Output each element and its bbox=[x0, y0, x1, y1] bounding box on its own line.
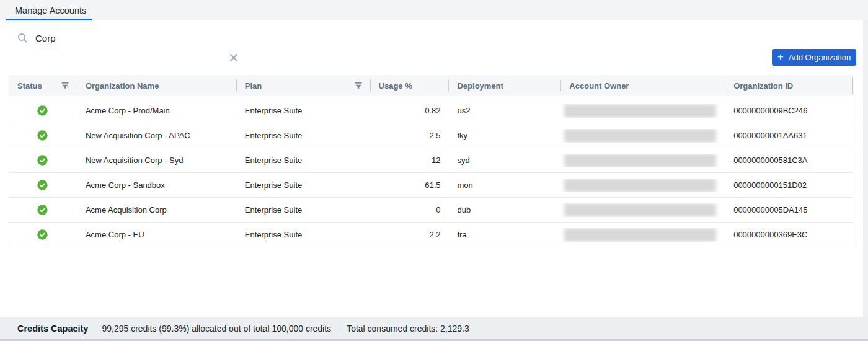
column-header-account-owner[interactable]: Account Owner bbox=[560, 75, 725, 96]
cell-deployment: dub bbox=[448, 205, 560, 215]
column-label: Organization ID bbox=[733, 81, 793, 91]
cell-organization-id: 00000000001AA631 bbox=[725, 131, 854, 140]
column-label: Plan bbox=[245, 81, 262, 91]
tab-manage-accounts[interactable]: Manage Accounts bbox=[6, 0, 95, 20]
status-active-icon bbox=[37, 180, 48, 190]
column-divider bbox=[448, 80, 449, 91]
redacted-owner bbox=[564, 203, 716, 217]
cell-plan: Enterprise Suite bbox=[236, 230, 370, 239]
cell-status bbox=[9, 180, 77, 190]
filter-icon[interactable] bbox=[354, 81, 363, 90]
cell-organization-name: Acme Corp - Sandbox bbox=[77, 180, 236, 190]
cell-status bbox=[9, 229, 77, 240]
column-header-usage[interactable]: Usage % bbox=[370, 75, 449, 96]
add-organization-label: Add Organization bbox=[789, 53, 851, 62]
cell-deployment: tky bbox=[448, 131, 560, 140]
cell-usage: 0.82 bbox=[370, 106, 449, 115]
table-row[interactable]: Acme Corp - Prod/MainEnterprise Suite0.8… bbox=[9, 99, 854, 123]
redacted-owner bbox=[564, 129, 716, 143]
cell-account-owner bbox=[560, 104, 725, 118]
cell-status bbox=[9, 205, 77, 215]
column-header-plan[interactable]: Plan bbox=[236, 75, 370, 96]
cell-usage: 0 bbox=[370, 205, 449, 215]
cell-deployment: mon bbox=[448, 180, 560, 190]
cell-usage: 2.2 bbox=[370, 230, 449, 239]
column-divider bbox=[560, 80, 561, 91]
table-row[interactable]: Acme Acquisition CorpEnterprise Suite0du… bbox=[9, 198, 854, 223]
cell-status bbox=[9, 130, 77, 141]
cell-deployment: syd bbox=[448, 156, 560, 165]
redacted-owner bbox=[564, 104, 716, 118]
cell-status bbox=[9, 105, 77, 116]
search-icon bbox=[17, 33, 28, 43]
filter-icon[interactable] bbox=[61, 81, 69, 90]
cell-organization-name: Acme Corp - EU bbox=[77, 230, 236, 239]
column-divider bbox=[725, 80, 725, 91]
cell-account-owner bbox=[560, 154, 725, 167]
clear-search-icon[interactable] bbox=[228, 52, 239, 63]
tab-label: Manage Accounts bbox=[15, 6, 86, 16]
table-row[interactable]: Acme Corp - EUEnterprise Suite2.2fra0000… bbox=[9, 223, 854, 247]
status-active-icon bbox=[37, 155, 48, 166]
table-body: Acme Corp - Prod/MainEnterprise Suite0.8… bbox=[9, 99, 854, 247]
cell-organization-name: New Acquisition Corp - APAC bbox=[77, 131, 236, 140]
cell-organization-name: Acme Acquisition Corp bbox=[77, 205, 236, 215]
redacted-owner bbox=[564, 228, 716, 242]
redacted-owner bbox=[564, 154, 716, 167]
cell-organization-name: Acme Corp - Prod/Main bbox=[77, 106, 236, 115]
table-row[interactable]: New Acquisition Corp - SydEnterprise Sui… bbox=[9, 148, 854, 173]
organizations-table: Status Organization Name Plan bbox=[9, 75, 854, 247]
main-content: + Add Organization Status Organization N… bbox=[0, 20, 863, 317]
cell-status bbox=[9, 155, 77, 166]
cell-usage: 2.5 bbox=[370, 131, 449, 140]
column-label: Deployment bbox=[457, 81, 503, 91]
cell-organization-id: 00000000005DA145 bbox=[725, 205, 854, 215]
column-divider bbox=[370, 80, 371, 91]
status-active-icon bbox=[37, 105, 48, 116]
cell-organization-name: New Acquisition Corp - Syd bbox=[77, 156, 236, 165]
cell-usage: 61.5 bbox=[370, 180, 449, 190]
status-active-icon bbox=[37, 130, 48, 141]
add-organization-button[interactable]: + Add Organization bbox=[772, 49, 856, 66]
scrollbar-gutter bbox=[863, 20, 868, 317]
status-active-icon bbox=[37, 229, 48, 240]
column-resize-handle[interactable] bbox=[852, 77, 853, 94]
cell-plan: Enterprise Suite bbox=[236, 156, 370, 165]
column-label: Usage % bbox=[379, 81, 412, 91]
allocated-credits-text: 99,295 credits (99.3%) allocated out of … bbox=[102, 324, 331, 334]
toolbar bbox=[0, 20, 863, 55]
column-header-organization-name[interactable]: Organization Name bbox=[77, 75, 236, 96]
search-input[interactable] bbox=[35, 33, 221, 43]
column-header-organization-id[interactable]: Organization ID bbox=[725, 75, 854, 96]
cell-deployment: fra bbox=[448, 230, 560, 239]
column-header-deployment[interactable]: Deployment bbox=[448, 75, 560, 96]
column-label: Account Owner bbox=[569, 81, 629, 91]
cell-usage: 12 bbox=[370, 156, 449, 165]
cell-account-owner bbox=[560, 228, 725, 242]
cell-organization-id: 00000000009BC246 bbox=[725, 106, 854, 115]
cell-deployment: us2 bbox=[448, 106, 560, 115]
cell-plan: Enterprise Suite bbox=[236, 106, 370, 115]
column-divider bbox=[77, 80, 78, 91]
plus-icon: + bbox=[777, 51, 784, 62]
cell-account-owner bbox=[560, 179, 725, 192]
cell-plan: Enterprise Suite bbox=[236, 180, 370, 190]
redacted-owner bbox=[564, 179, 716, 192]
consumed-credits-text: Total consumed credits: 2,129.3 bbox=[347, 324, 469, 334]
table-row[interactable]: New Acquisition Corp - APACEnterprise Su… bbox=[9, 123, 854, 148]
cell-organization-id: 0000000000581C3A bbox=[725, 156, 854, 165]
status-active-icon bbox=[37, 205, 48, 215]
column-header-status[interactable]: Status bbox=[9, 75, 77, 96]
footer-divider bbox=[339, 322, 339, 335]
table-row[interactable]: Acme Corp - SandboxEnterprise Suite61.5m… bbox=[9, 173, 854, 198]
cell-account-owner bbox=[560, 129, 725, 143]
column-label: Organization Name bbox=[86, 81, 159, 91]
cell-organization-id: 0000000000151D02 bbox=[725, 180, 854, 190]
credits-footer: Credits Capacity 99,295 credits (99.3%) … bbox=[0, 317, 868, 339]
cell-organization-id: 0000000000369E3C bbox=[725, 230, 854, 239]
search-field[interactable] bbox=[17, 29, 221, 47]
cell-account-owner bbox=[560, 203, 725, 217]
column-divider bbox=[236, 80, 237, 91]
column-label: Status bbox=[17, 81, 42, 91]
top-tab-strip: Manage Accounts bbox=[0, 0, 868, 20]
